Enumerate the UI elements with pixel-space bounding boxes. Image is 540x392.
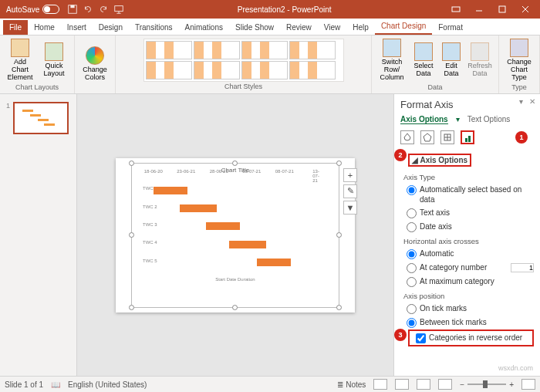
slide-thumbnail[interactable] — [13, 102, 69, 134]
chart-bar[interactable] — [154, 187, 187, 194]
chart-style-thumb[interactable] — [241, 61, 288, 79]
chart-style-thumb[interactable] — [194, 41, 240, 59]
opt-between-tick[interactable]: Between tick marks — [400, 316, 534, 329]
spell-check-icon[interactable]: 📖 — [51, 380, 60, 389]
fill-line-icon[interactable] — [400, 130, 414, 144]
svg-rect-1 — [71, 5, 75, 8]
chart-style-thumb[interactable] — [146, 41, 192, 59]
tab-home[interactable]: Home — [28, 20, 61, 35]
group-chart-layouts: Add Chart Element Quick Layout Chart Lay… — [0, 35, 75, 93]
opt-at-max[interactable]: At maximum category — [400, 275, 534, 289]
chart-style-thumb[interactable] — [146, 61, 192, 79]
notes-button[interactable]: ≣ Notes — [337, 380, 366, 389]
pane-close-icon[interactable]: ✕ — [529, 97, 535, 106]
fit-to-window-button[interactable] — [521, 379, 535, 390]
chart-filter-button[interactable]: ▼ — [343, 201, 357, 215]
chart-style-thumb[interactable] — [289, 61, 336, 79]
minimize-icon[interactable] — [467, 0, 491, 19]
chart-styles-button[interactable]: ✎ — [343, 184, 357, 198]
slide-sorter-button[interactable] — [395, 379, 409, 390]
status-bar: Slide 1 of 1 📖 English (United States) ≣… — [0, 376, 540, 392]
chart-plot-area[interactable]: 18-06-20 23-06-21 28-06-21 03-07-21 08-0… — [144, 177, 326, 277]
zoom-slider[interactable]: −+ — [460, 380, 514, 389]
chart-elements-button[interactable]: + — [343, 168, 357, 182]
tab-chart-design[interactable]: Chart Design — [375, 19, 432, 35]
opt-date-axis[interactable]: Date axis — [400, 220, 534, 234]
autosave-label: AutoSave — [6, 5, 39, 14]
axis-options-icon[interactable] — [461, 130, 474, 144]
chart-style-thumb[interactable] — [289, 41, 336, 59]
tab-design[interactable]: Design — [93, 20, 129, 35]
window-controls — [444, 0, 537, 19]
group-data: Switch Row/ Column Select Data Edit Data… — [372, 35, 499, 93]
text-options-tab[interactable]: Text Options — [467, 115, 511, 124]
tab-format[interactable]: Format — [432, 20, 469, 35]
select-data-button[interactable]: Select Data — [410, 41, 437, 79]
opt-on-tick[interactable]: On tick marks — [400, 302, 534, 316]
pane-options-icon[interactable]: ▾ — [519, 97, 523, 106]
change-colors-button[interactable]: Change Colors — [79, 45, 110, 83]
group-type: Change Chart Type Type — [499, 35, 540, 93]
chart-object[interactable]: Chart Title 18-06-20 23-06-21 28-06-21 0… — [131, 163, 339, 308]
switch-row-column-button[interactable]: Switch Row/ Column — [376, 37, 407, 83]
redo-icon[interactable] — [98, 4, 109, 15]
save-icon[interactable] — [67, 4, 78, 15]
chart-styles-gallery[interactable] — [143, 39, 344, 82]
slide[interactable]: Chart Title 18-06-20 23-06-21 28-06-21 0… — [116, 158, 355, 313]
toggle-switch[interactable] — [42, 5, 59, 14]
slideshow-view-button[interactable] — [438, 379, 452, 390]
edit-data-button[interactable]: Edit Data — [440, 41, 463, 79]
chart-bar[interactable] — [180, 204, 217, 212]
close-icon[interactable] — [514, 0, 537, 19]
ribbon-tabs: File Home Insert Design Transitions Anim… — [0, 19, 540, 35]
slide-indicator[interactable]: Slide 1 of 1 — [5, 380, 43, 389]
reading-view-button[interactable] — [417, 379, 430, 390]
svg-rect-5 — [499, 6, 505, 12]
workspace: 1 Chart Title 18-06-20 23-06-21 28-06-21… — [0, 94, 540, 376]
opt-automatic[interactable]: Automatic — [400, 247, 534, 261]
size-properties-icon[interactable] — [440, 130, 454, 144]
tab-transitions[interactable]: Transitions — [129, 20, 179, 35]
callout-2: 2 — [394, 149, 407, 161]
tab-review[interactable]: Review — [280, 20, 318, 35]
chart-legend[interactable]: Start Date Duration — [132, 277, 339, 282]
tab-insert[interactable]: Insert — [61, 20, 93, 35]
language-indicator[interactable]: English (United States) — [68, 380, 147, 389]
axis-options-tab[interactable]: Axis Options — [400, 115, 448, 124]
undo-icon[interactable] — [83, 4, 93, 15]
chart-style-thumb[interactable] — [241, 41, 288, 59]
chart-bar[interactable] — [257, 259, 291, 266]
start-icon[interactable] — [113, 4, 124, 15]
tab-view[interactable]: View — [318, 20, 347, 35]
tab-animations[interactable]: Animations — [179, 20, 229, 35]
change-chart-type-button[interactable]: Change Chart Type — [504, 37, 535, 83]
opt-auto-select[interactable]: Automatically select based on data — [400, 183, 534, 206]
slide-canvas[interactable]: Chart Title 18-06-20 23-06-21 28-06-21 0… — [77, 94, 393, 376]
axis-type-label: Axis Type — [403, 173, 534, 181]
normal-view-button[interactable] — [373, 379, 387, 390]
chart-bar[interactable] — [229, 241, 266, 248]
effects-icon[interactable] — [420, 130, 434, 144]
tab-slideshow[interactable]: Slide Show — [229, 20, 280, 35]
axis-options-section[interactable]: ◢ Axis Options — [408, 154, 471, 167]
chart-style-thumb[interactable] — [194, 61, 240, 79]
ribbon-options-icon[interactable] — [444, 0, 467, 19]
quick-layout-button[interactable]: Quick Layout — [39, 41, 69, 79]
chart-bar[interactable] — [206, 222, 240, 230]
add-chart-element-button[interactable]: Add Chart Element — [5, 37, 35, 83]
opt-reverse-order[interactable]: Categories in reverse order — [408, 329, 534, 346]
maximize-icon[interactable] — [491, 0, 514, 19]
axis-position-label: Axis position — [403, 292, 534, 300]
autosave-toggle[interactable]: AutoSave — [6, 5, 59, 14]
svg-rect-9 — [468, 136, 471, 142]
svg-marker-6 — [424, 133, 431, 141]
opt-text-axis[interactable]: Text axis — [400, 206, 534, 220]
watermark: wsxdn.com — [498, 364, 533, 372]
tab-file[interactable]: File — [3, 20, 28, 35]
category-number-input[interactable] — [511, 263, 534, 272]
opt-at-category[interactable]: At category number — [400, 261, 534, 275]
h-crosses-label: Horizontal axis crosses — [403, 237, 534, 245]
tab-help[interactable]: Help — [346, 20, 375, 35]
title-bar: AutoSave Presentation2 - PowerPoint — [0, 0, 540, 19]
svg-rect-3 — [452, 7, 460, 12]
